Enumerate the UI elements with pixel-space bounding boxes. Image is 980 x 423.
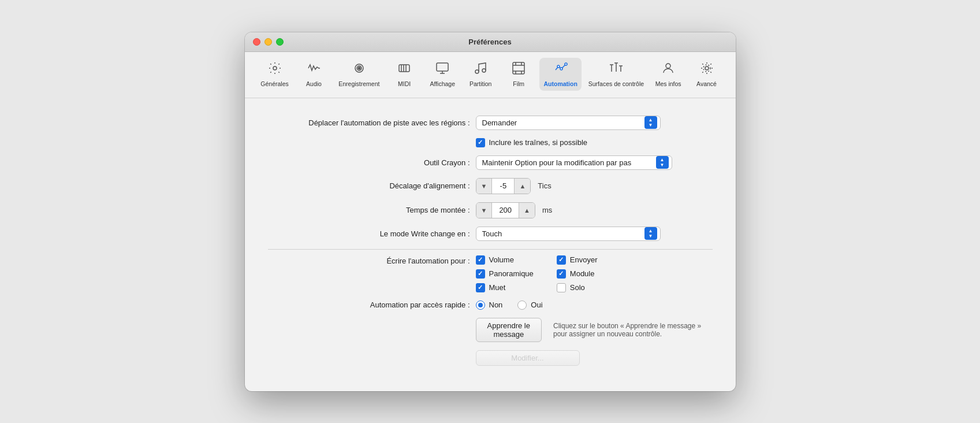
checkbox-envoyer[interactable]: ✓ <box>557 255 566 265</box>
label-outil: Outil Crayon : <box>268 158 470 167</box>
tab-mesinfos[interactable]: Mes infos <box>651 58 686 91</box>
dropdown-outil[interactable]: Maintenir Option pour la modification pa… <box>476 155 672 170</box>
row-inclure-traines: ✓ Inclure les traînes, si possible <box>476 138 713 147</box>
maximize-button[interactable] <box>276 38 284 46</box>
tab-film[interactable]: Film <box>501 58 536 91</box>
stepper-temps-up[interactable]: ▲ <box>519 203 535 218</box>
dropdown-write[interactable]: Touch Latch Write <box>476 227 661 241</box>
tab-affichage[interactable]: Affichage <box>425 58 460 91</box>
row-temps-montee: Temps de montée : ▼ 200 ▲ ms <box>268 202 713 218</box>
svg-point-20 <box>557 65 560 68</box>
checkbox-grid-automation: ✓ Volume ✓ Envoyer ✓ <box>476 255 598 292</box>
tab-automation[interactable]: Automation <box>539 58 582 91</box>
preferences-window: Préférences Générales Audio <box>245 32 736 391</box>
svg-point-12 <box>482 69 486 72</box>
tab-surfaces[interactable]: Surfaces de contrôle <box>585 58 647 91</box>
stepper-decalage-up[interactable]: ▲ <box>515 179 530 194</box>
label-radio-oui: Oui <box>531 300 542 309</box>
label-temps-unit: ms <box>542 206 552 214</box>
close-button[interactable] <box>253 38 260 46</box>
label-decalage: Décalage d'alignement : <box>268 181 470 190</box>
checkbox-module[interactable]: ✓ <box>557 269 566 279</box>
label-decalage-unit: Tics <box>538 181 551 190</box>
stepper-temps-value: 200 <box>491 203 519 218</box>
btn-modifier[interactable]: Modifier... <box>476 350 580 366</box>
checkbox-row-muet: ✓ Muet <box>476 283 534 292</box>
stepper-decalage-down[interactable]: ▼ <box>476 179 492 194</box>
label-radio-non: Non <box>489 300 503 309</box>
tab-surfaces-label: Surfaces de contrôle <box>588 80 644 87</box>
row-outil-crayon: Outil Crayon : Maintenir Option pour la … <box>268 155 713 170</box>
checkbox-volume[interactable]: ✓ <box>476 255 485 265</box>
control-ecrire: ✓ Volume ✓ Envoyer ✓ <box>476 255 598 292</box>
dropdown-deplacer[interactable]: Demander Jamais Toujours <box>476 116 661 130</box>
radio-non[interactable] <box>476 300 485 310</box>
tab-mesinfos-label: Mes infos <box>655 80 681 87</box>
tab-partition-label: Partition <box>469 80 492 87</box>
film-icon <box>512 61 526 79</box>
audio-icon <box>307 61 321 79</box>
automation-icon <box>554 61 568 79</box>
tab-automation-label: Automation <box>544 80 577 87</box>
tab-generales-label: Générales <box>260 80 288 87</box>
tab-affichage-label: Affichage <box>430 80 455 87</box>
label-muet: Muet <box>489 283 506 292</box>
stepper-temps-down[interactable]: ▼ <box>476 203 492 218</box>
row-write-mode: Le mode Write change en : Touch Latch Wr… <box>268 227 713 241</box>
checkbox-row-envoyer: ✓ Envoyer <box>557 255 598 265</box>
dropdown-outil-wrapper: Maintenir Option pour la modification pa… <box>476 155 672 170</box>
tab-generales[interactable]: Générales <box>256 58 293 91</box>
checkmark-inclure: ✓ <box>478 139 483 146</box>
tab-audio[interactable]: Audio <box>297 58 331 91</box>
svg-point-22 <box>565 63 567 65</box>
checkbox-row-module: ✓ Module <box>557 269 598 279</box>
label-temps: Temps de montée : <box>268 206 470 214</box>
minimize-button[interactable] <box>264 38 272 46</box>
tab-avance-label: Avancé <box>696 80 717 87</box>
advanced-icon <box>700 61 714 79</box>
svg-point-21 <box>560 68 562 70</box>
surfaces-icon <box>609 61 623 79</box>
control-outil: Maintenir Option pour la modification pa… <box>476 155 672 170</box>
checkbox-inclure[interactable]: ✓ <box>476 138 485 147</box>
tab-enregistrement[interactable]: Enregistrement <box>335 58 384 91</box>
tab-midi-label: MIDI <box>398 80 411 87</box>
label-acces: Automation par accès rapide : <box>268 300 470 309</box>
btn-apprendre[interactable]: Apprendre le message <box>476 318 542 342</box>
radio-oui[interactable] <box>517 300 527 310</box>
content-area: Déplacer l'automation de piste avec les … <box>245 98 736 391</box>
tab-midi[interactable]: MIDI <box>387 58 422 91</box>
gear-icon <box>268 61 282 79</box>
separator <box>268 249 713 250</box>
svg-point-3 <box>358 67 360 69</box>
checkbox-inclure-wrapper: ✓ Inclure les traînes, si possible <box>476 138 588 147</box>
label-ecrire: Écrire l'automation pour : <box>268 255 470 265</box>
row-modifier: Modifier... <box>476 350 713 366</box>
tab-enregistrement-label: Enregistrement <box>338 80 379 87</box>
traffic-lights <box>253 38 284 46</box>
stepper-decalage-value: -5 <box>491 179 515 194</box>
dropdown-write-wrapper: Touch Latch Write ▲ ▼ <box>476 227 661 241</box>
control-acces: Non Oui <box>476 300 543 310</box>
radio-oui-wrapper: Oui <box>517 300 542 310</box>
checkbox-solo[interactable] <box>557 283 566 292</box>
record-icon <box>352 61 366 79</box>
midi-icon <box>397 61 411 79</box>
checkbox-row-solo: Solo <box>557 283 598 292</box>
tab-audio-label: Audio <box>306 80 322 87</box>
label-solo: Solo <box>570 283 585 292</box>
stepper-decalage: ▼ -5 ▲ <box>476 178 531 194</box>
radio-non-wrapper: Non <box>476 300 503 310</box>
tab-film-label: Film <box>513 80 524 87</box>
svg-rect-4 <box>399 65 409 72</box>
tab-avance[interactable]: Avancé <box>690 58 724 91</box>
helper-text-apprendre: Cliquez sur le bouton « Apprendre le mes… <box>553 322 712 338</box>
control-temps: ▼ 200 ▲ ms <box>476 202 553 218</box>
checkbox-muet[interactable]: ✓ <box>476 283 485 292</box>
checkbox-panoramique[interactable]: ✓ <box>476 269 485 279</box>
toolbar: Générales Audio Enregistrement <box>245 52 736 98</box>
svg-point-29 <box>666 64 670 68</box>
checkbox-row-volume: ✓ Volume <box>476 255 534 265</box>
tab-partition[interactable]: Partition <box>463 58 498 91</box>
window-title: Préférences <box>468 38 511 46</box>
